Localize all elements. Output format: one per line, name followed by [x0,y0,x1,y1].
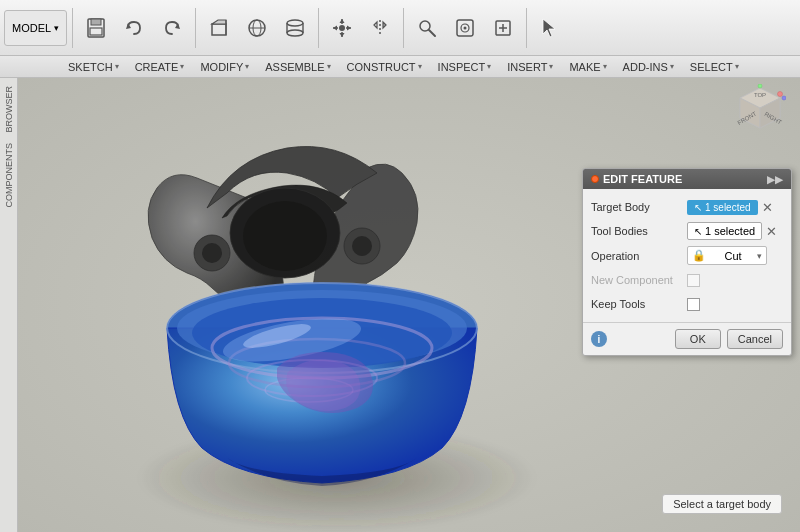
tool-inspect[interactable] [409,14,445,42]
tool-render[interactable] [447,14,483,42]
menu-create-label: CREATE [135,61,179,73]
operation-value: 🔒 Cut ▾ [687,246,783,265]
new-component-checkbox[interactable] [687,274,700,287]
operation-dropdown[interactable]: 🔒 Cut ▾ [687,246,767,265]
menu-make-chevron: ▾ [603,62,607,71]
cursor-icon: ↖ [694,202,702,213]
viewport: TOP FRONT RIGHT [18,78,800,532]
svg-rect-1 [91,19,101,25]
operation-row: Operation 🔒 Cut ▾ [583,243,791,268]
edit-feature-panel: EDIT FEATURE ▶▶ Target Body ↖ 1 selected… [582,168,792,356]
svg-marker-6 [212,20,226,24]
footer-buttons: OK Cancel [675,329,783,349]
select-icon [536,16,564,40]
separator-4 [403,8,404,48]
menu-modify[interactable]: MODIFY ▾ [192,59,257,75]
sidebar-browser[interactable]: BROWSER [2,82,16,137]
keep-tools-value [687,298,783,311]
tool-move[interactable] [324,14,360,42]
target-body-value: ↖ 1 selected ✕ [687,200,783,215]
menu-bar: SKETCH ▾ CREATE ▾ MODIFY ▾ ASSEMBLE ▾ CO… [0,56,800,78]
target-body-badge[interactable]: ↖ 1 selected [687,200,758,215]
target-body-count: 1 selected [705,202,751,213]
svg-point-15 [287,30,303,36]
svg-point-32 [464,26,467,29]
panel-titlebar: EDIT FEATURE ▶▶ [583,169,791,189]
menu-assemble-chevron: ▾ [327,62,331,71]
redo-icon [158,16,186,40]
keep-tools-checkbox[interactable] [687,298,700,311]
svg-marker-4 [175,23,180,29]
svg-marker-26 [374,22,377,28]
keep-tools-label: Keep Tools [591,298,681,310]
render-icon [451,16,479,40]
tool-bodies-value: ↖ 1 selected ✕ [687,222,783,240]
ok-button[interactable]: OK [675,329,721,349]
panel-collapse-button[interactable]: ▶▶ [767,174,783,185]
cylinder-icon [281,16,309,40]
tool-cylinder[interactable] [277,14,313,42]
svg-point-12 [287,20,303,26]
panel-footer: i OK Cancel [583,322,791,355]
tool-sphere[interactable] [239,14,275,42]
menu-inspect-label: INSPECT [438,61,486,73]
menu-addins-label: ADD-INS [623,61,668,73]
menu-select[interactable]: SELECT ▾ [682,59,747,75]
box-icon [205,16,233,40]
menu-assemble[interactable]: ASSEMBLE ▾ [257,59,338,75]
move-icon [328,16,356,40]
info-button[interactable]: i [591,331,607,347]
tool-bodies-label: Tool Bodies [591,225,681,237]
svg-point-53 [352,236,372,256]
tool-bodies-remove[interactable]: ✕ [766,225,777,238]
svg-marker-24 [347,25,351,30]
menu-construct-label: CONSTRUCT [347,61,416,73]
left-sidebar: BROWSER COMPONENTS [0,78,18,532]
tool-save[interactable] [78,14,114,42]
sidebar-components[interactable]: COMPONENTS [2,139,16,212]
tool-mirror[interactable] [362,14,398,42]
tool-select[interactable] [532,14,568,42]
menu-insert[interactable]: INSERT ▾ [499,59,561,75]
menu-select-label: SELECT [690,61,733,73]
tool-bodies-row: Tool Bodies ↖ 1 selected ✕ [583,219,791,243]
menu-select-chevron: ▾ [735,62,739,71]
menu-make-label: MAKE [569,61,600,73]
tool-undo[interactable] [116,14,152,42]
svg-rect-2 [90,28,102,35]
target-body-row: Target Body ↖ 1 selected ✕ [583,195,791,219]
tool-insert[interactable] [485,14,521,42]
target-body-label: Target Body [591,201,681,213]
model-label: MODEL [12,22,51,34]
svg-point-51 [202,243,222,263]
status-tooltip: Select a target body [662,494,782,514]
panel-body: Target Body ↖ 1 selected ✕ Tool Bodies ↖… [583,189,791,322]
svg-marker-20 [340,33,345,37]
menu-sketch[interactable]: SKETCH ▾ [60,59,127,75]
target-body-remove[interactable]: ✕ [762,201,773,214]
svg-marker-3 [126,23,131,29]
menu-addins[interactable]: ADD-INS ▾ [615,59,682,75]
cancel-button[interactable]: Cancel [727,329,783,349]
lock-icon: 🔒 [692,249,706,262]
tool-box[interactable] [201,14,237,42]
separator-5 [526,8,527,48]
panel-dot [591,175,599,183]
new-component-label: New Component [591,274,681,286]
svg-line-29 [429,30,435,36]
menu-construct[interactable]: CONSTRUCT ▾ [339,59,430,75]
model-button[interactable]: MODEL ▾ [4,10,67,46]
save-icon [82,16,110,40]
tool-bodies-field[interactable]: ↖ 1 selected [687,222,762,240]
svg-point-16 [339,25,345,31]
menu-create[interactable]: CREATE ▾ [127,59,193,75]
menu-modify-label: MODIFY [200,61,243,73]
new-component-row: New Component [583,268,791,292]
separator-2 [195,8,196,48]
menu-inspect[interactable]: INSPECT ▾ [430,59,500,75]
menu-create-chevron: ▾ [180,62,184,71]
tool-redo[interactable] [154,14,190,42]
tool-bodies-icon: ↖ [694,226,702,237]
tool-bodies-count: 1 selected [705,225,755,237]
menu-make[interactable]: MAKE ▾ [561,59,614,75]
